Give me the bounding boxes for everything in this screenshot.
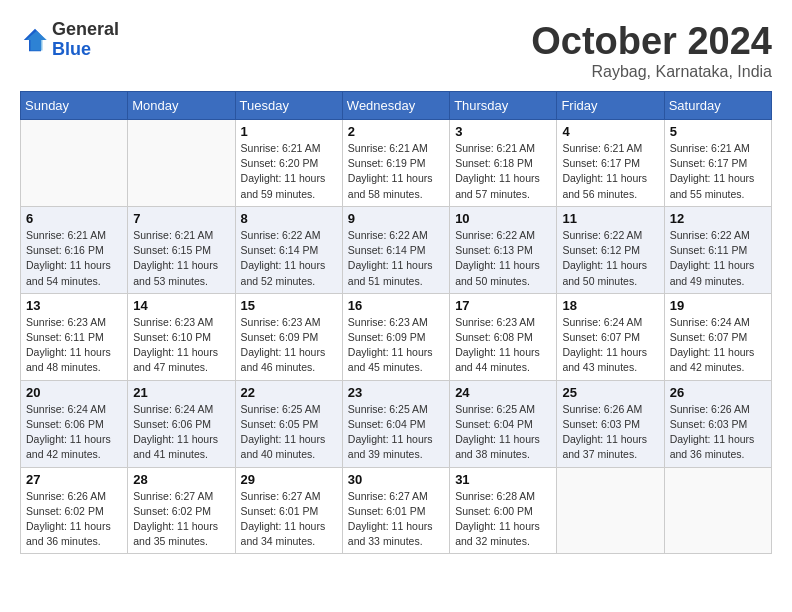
- calendar-cell: 20Sunrise: 6:24 AM Sunset: 6:06 PM Dayli…: [21, 380, 128, 467]
- calendar-cell: 4Sunrise: 6:21 AM Sunset: 6:17 PM Daylig…: [557, 120, 664, 207]
- day-number: 24: [455, 385, 551, 400]
- calendar-cell: 21Sunrise: 6:24 AM Sunset: 6:06 PM Dayli…: [128, 380, 235, 467]
- calendar-week-5: 27Sunrise: 6:26 AM Sunset: 6:02 PM Dayli…: [21, 467, 772, 554]
- day-number: 11: [562, 211, 658, 226]
- day-number: 6: [26, 211, 122, 226]
- header-tuesday: Tuesday: [235, 92, 342, 120]
- calendar-cell: 6Sunrise: 6:21 AM Sunset: 6:16 PM Daylig…: [21, 206, 128, 293]
- title-block: October 2024 Raybag, Karnataka, India: [531, 20, 772, 81]
- day-number: 10: [455, 211, 551, 226]
- logo-icon: [20, 25, 50, 55]
- day-number: 15: [241, 298, 337, 313]
- day-number: 8: [241, 211, 337, 226]
- calendar-cell: 1Sunrise: 6:21 AM Sunset: 6:20 PM Daylig…: [235, 120, 342, 207]
- day-info: Sunrise: 6:27 AM Sunset: 6:01 PM Dayligh…: [348, 489, 444, 550]
- calendar-cell: 26Sunrise: 6:26 AM Sunset: 6:03 PM Dayli…: [664, 380, 771, 467]
- day-number: 18: [562, 298, 658, 313]
- header-monday: Monday: [128, 92, 235, 120]
- day-number: 2: [348, 124, 444, 139]
- day-number: 7: [133, 211, 229, 226]
- calendar-cell: 23Sunrise: 6:25 AM Sunset: 6:04 PM Dayli…: [342, 380, 449, 467]
- calendar-cell: 25Sunrise: 6:26 AM Sunset: 6:03 PM Dayli…: [557, 380, 664, 467]
- day-info: Sunrise: 6:21 AM Sunset: 6:18 PM Dayligh…: [455, 141, 551, 202]
- calendar-week-2: 6Sunrise: 6:21 AM Sunset: 6:16 PM Daylig…: [21, 206, 772, 293]
- day-number: 20: [26, 385, 122, 400]
- day-number: 27: [26, 472, 122, 487]
- day-number: 13: [26, 298, 122, 313]
- header-friday: Friday: [557, 92, 664, 120]
- calendar-cell: [128, 120, 235, 207]
- day-info: Sunrise: 6:22 AM Sunset: 6:11 PM Dayligh…: [670, 228, 766, 289]
- day-info: Sunrise: 6:21 AM Sunset: 6:20 PM Dayligh…: [241, 141, 337, 202]
- day-info: Sunrise: 6:23 AM Sunset: 6:11 PM Dayligh…: [26, 315, 122, 376]
- logo: General Blue: [20, 20, 119, 60]
- day-info: Sunrise: 6:24 AM Sunset: 6:06 PM Dayligh…: [133, 402, 229, 463]
- day-info: Sunrise: 6:25 AM Sunset: 6:05 PM Dayligh…: [241, 402, 337, 463]
- calendar-week-3: 13Sunrise: 6:23 AM Sunset: 6:11 PM Dayli…: [21, 293, 772, 380]
- day-number: 5: [670, 124, 766, 139]
- calendar-cell: 5Sunrise: 6:21 AM Sunset: 6:17 PM Daylig…: [664, 120, 771, 207]
- logo-blue: Blue: [52, 40, 119, 60]
- calendar-cell: 17Sunrise: 6:23 AM Sunset: 6:08 PM Dayli…: [450, 293, 557, 380]
- day-info: Sunrise: 6:28 AM Sunset: 6:00 PM Dayligh…: [455, 489, 551, 550]
- calendar-cell: 31Sunrise: 6:28 AM Sunset: 6:00 PM Dayli…: [450, 467, 557, 554]
- day-info: Sunrise: 6:22 AM Sunset: 6:14 PM Dayligh…: [241, 228, 337, 289]
- day-info: Sunrise: 6:26 AM Sunset: 6:03 PM Dayligh…: [562, 402, 658, 463]
- day-number: 22: [241, 385, 337, 400]
- calendar-cell: 14Sunrise: 6:23 AM Sunset: 6:10 PM Dayli…: [128, 293, 235, 380]
- calendar-cell: 18Sunrise: 6:24 AM Sunset: 6:07 PM Dayli…: [557, 293, 664, 380]
- calendar-cell: 22Sunrise: 6:25 AM Sunset: 6:05 PM Dayli…: [235, 380, 342, 467]
- calendar-header-row: SundayMondayTuesdayWednesdayThursdayFrid…: [21, 92, 772, 120]
- day-info: Sunrise: 6:23 AM Sunset: 6:08 PM Dayligh…: [455, 315, 551, 376]
- calendar-cell: 30Sunrise: 6:27 AM Sunset: 6:01 PM Dayli…: [342, 467, 449, 554]
- day-info: Sunrise: 6:23 AM Sunset: 6:09 PM Dayligh…: [348, 315, 444, 376]
- day-info: Sunrise: 6:24 AM Sunset: 6:07 PM Dayligh…: [670, 315, 766, 376]
- calendar-cell: 7Sunrise: 6:21 AM Sunset: 6:15 PM Daylig…: [128, 206, 235, 293]
- calendar-cell: 19Sunrise: 6:24 AM Sunset: 6:07 PM Dayli…: [664, 293, 771, 380]
- day-info: Sunrise: 6:21 AM Sunset: 6:15 PM Dayligh…: [133, 228, 229, 289]
- calendar-cell: 3Sunrise: 6:21 AM Sunset: 6:18 PM Daylig…: [450, 120, 557, 207]
- calendar-cell: 16Sunrise: 6:23 AM Sunset: 6:09 PM Dayli…: [342, 293, 449, 380]
- day-info: Sunrise: 6:27 AM Sunset: 6:01 PM Dayligh…: [241, 489, 337, 550]
- day-number: 30: [348, 472, 444, 487]
- header-saturday: Saturday: [664, 92, 771, 120]
- day-info: Sunrise: 6:22 AM Sunset: 6:13 PM Dayligh…: [455, 228, 551, 289]
- day-info: Sunrise: 6:26 AM Sunset: 6:02 PM Dayligh…: [26, 489, 122, 550]
- calendar-cell: [21, 120, 128, 207]
- day-info: Sunrise: 6:25 AM Sunset: 6:04 PM Dayligh…: [348, 402, 444, 463]
- day-info: Sunrise: 6:21 AM Sunset: 6:17 PM Dayligh…: [670, 141, 766, 202]
- calendar-week-1: 1Sunrise: 6:21 AM Sunset: 6:20 PM Daylig…: [21, 120, 772, 207]
- calendar-cell: 28Sunrise: 6:27 AM Sunset: 6:02 PM Dayli…: [128, 467, 235, 554]
- day-number: 26: [670, 385, 766, 400]
- calendar-cell: 12Sunrise: 6:22 AM Sunset: 6:11 PM Dayli…: [664, 206, 771, 293]
- calendar-cell: 9Sunrise: 6:22 AM Sunset: 6:14 PM Daylig…: [342, 206, 449, 293]
- day-number: 9: [348, 211, 444, 226]
- logo-general: General: [52, 20, 119, 40]
- calendar-cell: 2Sunrise: 6:21 AM Sunset: 6:19 PM Daylig…: [342, 120, 449, 207]
- calendar-cell: 27Sunrise: 6:26 AM Sunset: 6:02 PM Dayli…: [21, 467, 128, 554]
- header-wednesday: Wednesday: [342, 92, 449, 120]
- day-number: 28: [133, 472, 229, 487]
- day-number: 23: [348, 385, 444, 400]
- day-number: 12: [670, 211, 766, 226]
- title-location: Raybag, Karnataka, India: [531, 63, 772, 81]
- day-info: Sunrise: 6:26 AM Sunset: 6:03 PM Dayligh…: [670, 402, 766, 463]
- calendar-cell: 24Sunrise: 6:25 AM Sunset: 6:04 PM Dayli…: [450, 380, 557, 467]
- day-number: 19: [670, 298, 766, 313]
- day-info: Sunrise: 6:22 AM Sunset: 6:14 PM Dayligh…: [348, 228, 444, 289]
- page-header: General Blue October 2024 Raybag, Karnat…: [20, 20, 772, 81]
- day-info: Sunrise: 6:21 AM Sunset: 6:19 PM Dayligh…: [348, 141, 444, 202]
- day-number: 29: [241, 472, 337, 487]
- calendar-cell: 15Sunrise: 6:23 AM Sunset: 6:09 PM Dayli…: [235, 293, 342, 380]
- day-info: Sunrise: 6:21 AM Sunset: 6:17 PM Dayligh…: [562, 141, 658, 202]
- day-info: Sunrise: 6:23 AM Sunset: 6:10 PM Dayligh…: [133, 315, 229, 376]
- calendar-cell: 11Sunrise: 6:22 AM Sunset: 6:12 PM Dayli…: [557, 206, 664, 293]
- day-number: 16: [348, 298, 444, 313]
- calendar-week-4: 20Sunrise: 6:24 AM Sunset: 6:06 PM Dayli…: [21, 380, 772, 467]
- day-number: 14: [133, 298, 229, 313]
- calendar-cell: [557, 467, 664, 554]
- day-info: Sunrise: 6:25 AM Sunset: 6:04 PM Dayligh…: [455, 402, 551, 463]
- calendar-cell: 13Sunrise: 6:23 AM Sunset: 6:11 PM Dayli…: [21, 293, 128, 380]
- day-info: Sunrise: 6:21 AM Sunset: 6:16 PM Dayligh…: [26, 228, 122, 289]
- day-number: 3: [455, 124, 551, 139]
